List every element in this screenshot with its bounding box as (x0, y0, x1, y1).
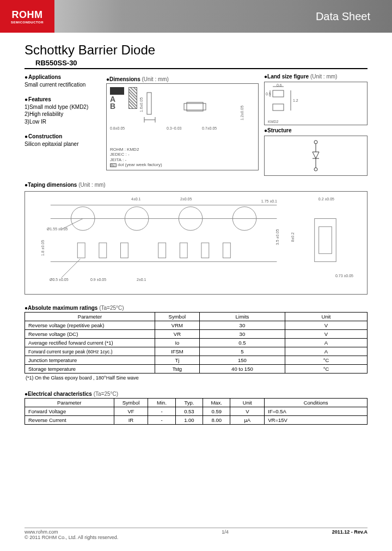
footer-url: www.rohm.com (24, 529, 118, 535)
abs-max-table: Parameter Symbol Limits Unit Reverse vol… (24, 312, 367, 374)
footer-left: www.rohm.com © 2011 ROHM Co., Ltd. All r… (24, 529, 118, 540)
table-row: Storage temperatureTstg40 to 150°C (25, 365, 367, 374)
left-column: Applications Small current rectification… (24, 74, 101, 176)
brand-logo: ROHM SEMICONDUCTOR (0, 0, 54, 33)
top-banner: ROHM SEMICONDUCTOR Data Sheet (0, 0, 392, 33)
svg-rect-24 (77, 243, 85, 258)
brand-subtitle: SEMICONDUCTOR (11, 21, 44, 24)
svg-rect-6 (273, 90, 284, 97)
diode-symbol-icon (308, 139, 324, 172)
marking-ab: AB (110, 96, 124, 111)
table-row: Reverse CurrentIR-1.008.00µAVR=15V (25, 416, 367, 425)
banner-title: Data Sheet (316, 10, 370, 23)
svg-rect-4 (184, 103, 206, 110)
svg-rect-30 (223, 243, 230, 258)
table-row: Reverse voltage (repetitive peak)VRM30V (25, 321, 367, 330)
dimensions-drawing: AB 0.8±0.05 1.6±0.05 0.3−0.03 0.7±0.05 1… (106, 83, 259, 170)
table-row: Forward current surge peak (60Hz 1cyc.)I… (25, 347, 367, 356)
table-header-row: Parameter Symbol Min. Typ. Max. Unit Con… (25, 399, 367, 407)
elec-section: Electrical characteristics (Ta=25°C) Par… (24, 388, 367, 425)
svg-rect-7 (273, 104, 284, 111)
dimensions-column: Dimensions (Unit : mm) AB 0.8±0.05 1.6±0… (106, 74, 259, 176)
construction-section: Construction Silicon epitaxial planer (24, 133, 101, 148)
svg-rect-26 (120, 243, 128, 258)
part-number: RB550SS-30 (35, 59, 367, 67)
features-section: Features 1)Small mold type (KMD2) 2)High… (24, 96, 101, 125)
feature-item: 3)Low IR (24, 118, 101, 126)
taping-drawing: Ø1.55 ±0.05 4±0.1 2±0.05 1.75 ±0.1 0.2 ±… (24, 191, 367, 295)
svg-rect-28 (180, 243, 187, 258)
banner-strip: Data Sheet (54, 0, 392, 33)
structure-drawing (264, 136, 367, 176)
dimensions-notes: ROHM : KMD2 JEDEC : - JEITA : - dot (yea… (110, 147, 162, 168)
content-area: Schottky Barrier Diode RB550SS-30 Applic… (0, 33, 392, 425)
construction-body: Silicon epitaxial planer (24, 140, 101, 148)
svg-point-16 (314, 168, 317, 171)
table-header-row: Parameter Symbol Limits Unit (25, 313, 367, 321)
svg-point-11 (314, 140, 317, 144)
outline-icon (179, 87, 217, 125)
tape-reel-icon (25, 192, 367, 294)
svg-rect-0 (147, 93, 151, 114)
land-drawing: 0.6 0.5 1.2 KMD2 (264, 82, 367, 125)
table-row: Average rectified forward current (*1)Io… (25, 339, 367, 347)
revision: 2011.12 - Rev.A (332, 529, 367, 540)
abs-max-footnote: (*1) On the Glass epoxy board , 180°Half… (26, 375, 367, 381)
svg-rect-25 (99, 243, 107, 258)
table-row: Junction temperatureTj150°C (25, 356, 367, 365)
page-footer: www.rohm.com © 2011 ROHM Co., Ltd. All r… (24, 528, 367, 540)
divider (24, 68, 367, 69)
structure-heading: Structure (264, 127, 367, 133)
page-number: 1/4 (118, 529, 332, 540)
elec-heading: Electrical characteristics (Ta=25°C) (24, 391, 118, 397)
feature-item: 2)High reliability (24, 111, 101, 118)
table-row: Forward VoltageVF-0.530.59VIF=0.5A (25, 407, 367, 416)
applications-body: Small current rectification (24, 81, 101, 89)
taping-heading: Taping dimensions (Unit : mm) (24, 182, 106, 188)
table-row: Reverse voltage (DC)VR30V (25, 330, 367, 339)
footer-copyright: © 2011 ROHM Co., Ltd. All rights reserve… (24, 535, 118, 540)
dimensions-heading: Dimensions (Unit : mm) (106, 76, 169, 82)
page-title: Schottky Barrier Diode (24, 42, 367, 58)
svg-rect-29 (201, 243, 209, 258)
right-column: Land size figure (Unit : mm) 0.6 0.5 1.2… (264, 74, 367, 176)
abs-max-section: Absolute maximum ratings (Ta=25°C) Param… (24, 302, 367, 381)
svg-rect-31 (315, 218, 336, 261)
upper-row: Applications Small current rectification… (24, 74, 367, 176)
taping-section: Taping dimensions (Unit : mm) (24, 179, 367, 295)
features-heading: Features (24, 96, 101, 103)
feature-item: 1)Small mold type (KMD2) (24, 103, 101, 111)
brand-name: ROHM (12, 9, 43, 21)
construction-heading: Construction (24, 133, 101, 140)
datasheet-page: ROHM SEMICONDUCTOR Data Sheet Schottky B… (0, 0, 392, 551)
svg-rect-32 (319, 226, 332, 253)
applications-heading: Applications (24, 74, 101, 81)
applications-section: Applications Small current rectification (24, 74, 101, 88)
svg-rect-27 (158, 243, 166, 258)
abs-max-heading: Absolute maximum ratings (Ta=25°C) (24, 305, 124, 311)
elec-table: Parameter Symbol Min. Typ. Max. Unit Con… (24, 398, 367, 425)
outline-icon (142, 87, 174, 125)
land-label: KMD2 (268, 120, 278, 124)
svg-marker-13 (313, 152, 319, 158)
land-heading: Land size figure (Unit : mm) (264, 74, 367, 79)
